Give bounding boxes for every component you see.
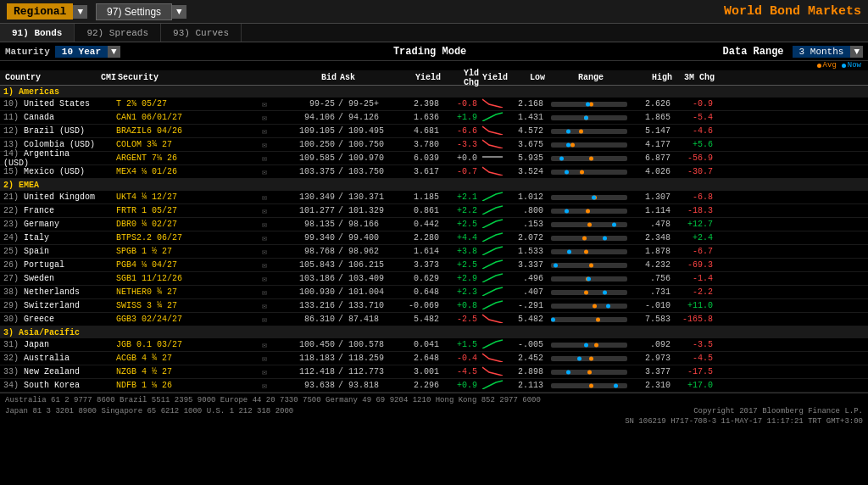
ask-cell: / 112.773 [337, 367, 400, 376]
mini-chart [482, 369, 503, 378]
table-row[interactable]: 27) Sweden SGB1 11/12/26 ✉ 103.186 / 103… [0, 272, 868, 286]
low-cell: 3.337 [504, 260, 547, 270]
range-bar [551, 115, 627, 120]
table-row[interactable]: 34) South Korea NDFB 1 ⅛ 26 ✉ 93.638 / 9… [0, 379, 868, 393]
bid-cell: 86.310 [273, 315, 337, 324]
bid-cell: 98.768 [273, 247, 337, 256]
envelope-icon[interactable]: ✉ [256, 367, 273, 377]
low-cell: 2.168 [504, 99, 547, 109]
now-dot [566, 370, 570, 374]
table-row[interactable]: 38) Netherlands NETHER0 ¾ 27 ✉ 100.930 /… [0, 286, 868, 299]
country-cell: 32) Australia [0, 354, 97, 363]
envelope-icon[interactable]: ✉ [256, 274, 273, 284]
mini-chart [482, 128, 503, 137]
months-dropdown[interactable]: ▼ [850, 46, 863, 58]
mini-chart [482, 235, 503, 244]
chg3m-cell: +11.0 [674, 301, 716, 310]
envelope-icon[interactable]: ✉ [256, 354, 273, 364]
envelope-icon[interactable]: ✉ [256, 340, 273, 350]
footer-line4: SN 106219 H717-708-3 11-MAY-17 11:17:21 … [5, 416, 863, 427]
envelope-icon[interactable]: ✉ [256, 192, 273, 203]
table-row[interactable]: 24) Italy BTPS2.2 06/27 ✉ 99.340 / 99.40… [0, 231, 868, 245]
envelope-icon[interactable]: ✉ [256, 260, 273, 270]
table-row[interactable]: 30) Greece GGB3 02/24/27 ✉ 86.310 / 87.4… [0, 313, 868, 326]
table-row[interactable]: 23) Germany DBR0 ¼ 02/27 ✉ 98.135 / 98.1… [0, 218, 868, 231]
settings-button[interactable]: 97) Settings [96, 3, 172, 20]
envelope-icon[interactable]: ✉ [256, 315, 273, 325]
table-row[interactable]: 11) Canada CAN1 06/01/27 ✉ 94.106 / 94.1… [0, 111, 868, 125]
chart-cell [481, 111, 504, 124]
table-row[interactable]: 21) United Kingdom UKT4 ¼ 12/27 ✉ 130.34… [0, 191, 868, 204]
table-row[interactable]: 29) Switzerland SWISS 3 ¼ 27 ✉ 133.216 /… [0, 299, 868, 313]
envelope-icon[interactable]: ✉ [256, 167, 273, 177]
footer: Australia 61 2 9777 8600 Brazil 5511 239… [0, 393, 868, 429]
country-cell: 31) Japan [0, 340, 97, 349]
table-row[interactable]: 14) Argentina (USD) ARGENT 7⅛ 26 ✉ 109.5… [0, 152, 868, 165]
envelope-icon[interactable]: ✉ [256, 153, 273, 164]
yldchg-cell: +1.5 [442, 340, 481, 349]
yield-cell: 5.482 [400, 315, 442, 324]
tab-spreads[interactable]: 92) Spreads [75, 24, 161, 42]
range-cell [547, 383, 632, 388]
envelope-icon[interactable]: ✉ [256, 301, 273, 311]
envelope-icon[interactable]: ✉ [256, 206, 273, 216]
table-row[interactable]: 26) Portugal PGB4 ⅛ 04/27 ✉ 105.843 / 10… [0, 259, 868, 272]
now-dot [606, 304, 610, 308]
table-row[interactable]: 22) France FRTR 1 05/27 ✉ 101.277 / 101.… [0, 204, 868, 218]
bid-cell: 101.277 [273, 206, 337, 215]
security-cell: NETHER0 ¾ 27 [116, 287, 256, 297]
mini-chart [482, 355, 503, 365]
envelope-icon[interactable]: ✉ [256, 287, 273, 298]
bid-cell: 109.105 [273, 126, 337, 136]
envelope-icon[interactable]: ✉ [256, 99, 273, 109]
table-row[interactable]: 25) Spain SPGB 1 ½ 27 ✉ 98.768 / 98.962 … [0, 245, 868, 259]
country-cell: 29) Switzerland [0, 301, 97, 310]
range-cell [547, 170, 632, 175]
table-row[interactable]: 13) Colombia (USD) COLOM 3¾ 27 ✉ 100.250… [0, 138, 868, 152]
country-cell: 13) Colombia (USD) [0, 140, 97, 149]
now-dot [567, 249, 571, 254]
mini-chart [482, 289, 503, 298]
settings-dropdown[interactable]: ▼ [172, 5, 186, 19]
ask-cell: / 93.818 [337, 381, 400, 390]
table-row[interactable]: 31) Japan JGB 0.1 03/27 ✉ 100.450 / 100.… [0, 338, 868, 352]
bid-cell: 99-25 [273, 99, 337, 109]
now-dot [603, 290, 607, 294]
regional-dropdown[interactable]: ▼ [73, 5, 87, 19]
table-row[interactable]: 33) New Zealand NZGB 4 ½ 27 ✉ 112.418 / … [0, 365, 868, 379]
yldchg-cell: +0.8 [442, 301, 481, 310]
col-yield: Yield [402, 73, 444, 82]
range-cell [547, 317, 632, 322]
table-row[interactable]: 15) Mexico (USD) MEX4 ⅛ 01/26 ✉ 103.375 … [0, 165, 868, 179]
envelope-icon[interactable]: ✉ [256, 140, 273, 150]
envelope-icon[interactable]: ✉ [256, 113, 273, 123]
range-cell [547, 276, 632, 282]
mini-chart [482, 342, 503, 351]
maturity-dropdown[interactable]: ▼ [108, 46, 120, 58]
mini-chart [482, 194, 503, 203]
table-row[interactable]: 12) Brazil (USD) BRAZIL6 04/26 ✉ 109.105… [0, 125, 868, 138]
envelope-icon[interactable]: ✉ [256, 233, 273, 243]
envelope-icon[interactable]: ✉ [256, 381, 273, 391]
security-cell: NDFB 1 ⅛ 26 [116, 381, 256, 390]
chart-cell [481, 299, 504, 312]
avg-dot [587, 222, 592, 226]
ask-cell: / 106.215 [337, 260, 400, 270]
security-cell: PGB4 ⅛ 04/27 [116, 260, 256, 270]
table-row[interactable]: 32) Australia ACGB 4 ¾ 27 ✉ 118.183 / 11… [0, 352, 868, 365]
chart-cell [481, 152, 504, 164]
regional-label: Regional [7, 3, 73, 20]
tab-bonds[interactable]: 91) Bonds [0, 24, 75, 42]
now-dot [586, 102, 590, 106]
tab-curves[interactable]: 93) Curves [161, 24, 242, 42]
envelope-icon[interactable]: ✉ [256, 126, 273, 137]
security-cell: T 2⅜ 05/27 [116, 99, 256, 109]
yield-cell: 4.681 [400, 126, 442, 136]
table-row[interactable]: 10) United States T 2⅜ 05/27 ✉ 99-25 / 9… [0, 98, 868, 111]
envelope-icon[interactable]: ✉ [256, 220, 273, 230]
envelope-icon[interactable]: ✉ [256, 247, 273, 257]
mini-chart [482, 276, 503, 285]
chg3m-cell: +17.0 [674, 381, 716, 390]
yldchg-cell: -0.7 [442, 167, 481, 176]
yldchg-cell: +2.2 [442, 206, 481, 215]
